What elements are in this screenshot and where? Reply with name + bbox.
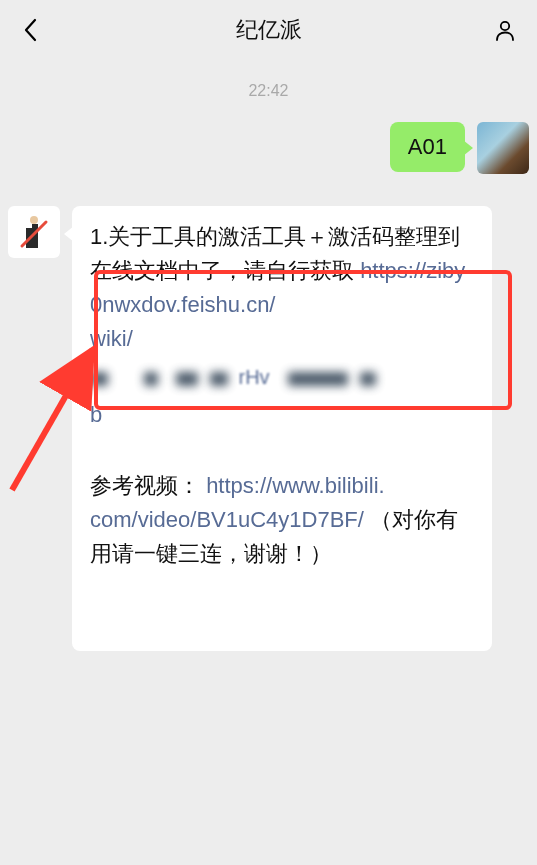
para2-prefix: 参考视频： xyxy=(90,473,200,498)
incoming-paragraph2: 参考视频： https://www.bilibili. com/video/BV… xyxy=(90,469,474,571)
incoming-message-row: 1.关于工具的激活工具＋激活码整理到在线文档中了，请自行获取 https://z… xyxy=(0,206,537,651)
contact-info-button[interactable] xyxy=(491,16,519,44)
chat-header: 纪亿派 xyxy=(0,0,537,60)
chevron-left-icon xyxy=(23,18,37,42)
incoming-bubble[interactable]: 1.关于工具的激活工具＋激活码整理到在线文档中了，请自行获取 https://z… xyxy=(72,206,492,651)
bilibili-link-part2[interactable]: com/video/BV1uC4y1D7BF/ xyxy=(90,507,364,532)
feishu-link-part2[interactable]: wiki/ xyxy=(90,326,133,351)
contact-avatar[interactable] xyxy=(8,206,60,258)
svg-point-2 xyxy=(30,216,38,224)
message-timestamp: 22:42 xyxy=(0,82,537,100)
obscured-link-line1: rHv xyxy=(90,360,474,394)
obscured-fragment: rHv xyxy=(239,366,270,388)
outgoing-text: A01 xyxy=(408,134,447,159)
svg-point-0 xyxy=(501,22,509,30)
outgoing-message-row: A01 xyxy=(0,122,537,174)
contact-avatar-graphic xyxy=(12,210,56,254)
person-icon xyxy=(493,18,517,42)
obscured-link-tail: b xyxy=(90,402,102,427)
chat-title: 纪亿派 xyxy=(236,15,302,45)
bilibili-link-part1[interactable]: https://www.bilibili. xyxy=(206,473,385,498)
back-button[interactable] xyxy=(18,18,42,42)
outgoing-bubble[interactable]: A01 xyxy=(390,122,465,172)
self-avatar[interactable] xyxy=(477,122,529,174)
